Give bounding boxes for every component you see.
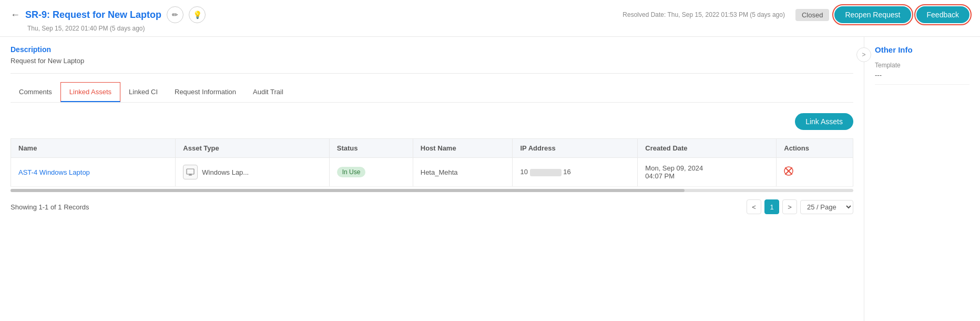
- description-section: Description Request for New Laptop: [11, 45, 853, 65]
- edit-icon: ✏: [172, 11, 178, 19]
- page-title: SR-9: Request for New Laptop: [25, 9, 161, 21]
- template-value: ---: [875, 71, 969, 85]
- tab-request-information[interactable]: Request Information: [166, 82, 244, 102]
- tab-linked-assets[interactable]: Linked Assets: [60, 82, 120, 102]
- header-timestamp: Thu, Sep 15, 2022 01:40 PM (5 days ago): [11, 25, 969, 32]
- status-in-use-badge: In Use: [337, 167, 366, 177]
- other-info-title: Other Info: [875, 45, 969, 54]
- lightbulb-icon: 💡: [193, 11, 202, 19]
- col-status: Status: [329, 139, 413, 158]
- edit-button[interactable]: ✏: [167, 6, 183, 23]
- status-badge: Closed: [795, 9, 829, 21]
- col-ip-address: IP Address: [513, 139, 638, 158]
- right-panel: Other Info Template ---: [864, 37, 980, 321]
- ip-prefix: 10: [520, 168, 527, 176]
- lightbulb-button[interactable]: 💡: [189, 6, 206, 23]
- col-actions: Actions: [777, 139, 853, 158]
- left-panel: > Description Request for New Laptop Com…: [0, 37, 864, 321]
- tab-audit-trail[interactable]: Audit Trail: [244, 82, 292, 102]
- page-container: ← SR-9: Request for New Laptop ✏ 💡 Resol…: [0, 0, 980, 321]
- page-1-button[interactable]: 1: [764, 199, 779, 214]
- records-count: Showing 1-1 of 1 Records: [11, 203, 89, 211]
- description-label: Description: [11, 45, 853, 54]
- host-name-cell: Heta_Mehta: [413, 158, 513, 187]
- header-right: Resolved Date: Thu, Sep 15, 2022 01:53 P…: [622, 6, 969, 23]
- collapse-panel-button[interactable]: >: [856, 47, 871, 62]
- assets-table-container: Name Asset Type Status Host Name IP Addr…: [11, 138, 853, 192]
- header-top: ← SR-9: Request for New Laptop ✏ 💡 Resol…: [11, 6, 969, 23]
- ip-suffix: 16: [563, 168, 570, 176]
- assets-table: Name Asset Type Status Host Name IP Addr…: [11, 138, 853, 187]
- link-assets-button[interactable]: Link Assets: [795, 113, 853, 130]
- template-label: Template: [875, 62, 969, 69]
- ip-blurred: [530, 169, 562, 176]
- back-icon: ←: [11, 9, 20, 21]
- link-assets-area: Link Assets: [11, 113, 853, 130]
- svg-rect-0: [187, 169, 194, 174]
- col-host-name: Host Name: [413, 139, 513, 158]
- header-left: ← SR-9: Request for New Laptop ✏ 💡: [11, 6, 206, 23]
- pagination-area: Showing 1-1 of 1 Records < 1 > 25 / Page…: [11, 192, 853, 214]
- next-page-button[interactable]: >: [782, 199, 797, 214]
- tabs-bar: Comments Linked Assets Linked CI Request…: [11, 82, 853, 103]
- asset-type-cell: Windows Lap...: [176, 158, 329, 187]
- pagination-controls: < 1 > 25 / Page 50 / Page 100 / Page: [747, 199, 853, 214]
- per-page-select[interactable]: 25 / Page 50 / Page 100 / Page: [800, 200, 853, 214]
- divider: [11, 73, 853, 74]
- back-button[interactable]: ←: [11, 9, 20, 21]
- ip-address-cell: 10 16: [513, 158, 638, 187]
- table-header-row: Name Asset Type Status Host Name IP Addr…: [11, 139, 853, 158]
- prev-page-button[interactable]: <: [747, 199, 761, 214]
- header: ← SR-9: Request for New Laptop ✏ 💡 Resol…: [0, 0, 980, 37]
- asset-name-link[interactable]: AST-4 Windows Laptop: [18, 168, 90, 176]
- asset-type-icon: [183, 165, 198, 179]
- actions-cell: [777, 158, 853, 187]
- created-date-cell: Mon, Sep 09, 202404:07 PM: [638, 158, 777, 187]
- table-row: AST-4 Windows Laptop: [11, 158, 853, 187]
- asset-name-cell: AST-4 Windows Laptop: [11, 158, 176, 187]
- delete-asset-button[interactable]: [784, 166, 793, 178]
- col-created-date: Created Date: [638, 139, 777, 158]
- horizontal-scrollbar[interactable]: [11, 189, 853, 192]
- scrollbar-thumb[interactable]: [11, 189, 685, 192]
- resolved-date: Resolved Date: Thu, Sep 15, 2022 01:53 P…: [622, 11, 785, 18]
- prev-icon: <: [752, 203, 756, 211]
- tab-linked-ci[interactable]: Linked CI: [120, 82, 166, 102]
- reopen-request-button[interactable]: Reopen Request: [834, 6, 911, 23]
- status-cell: In Use: [329, 158, 413, 187]
- main-layout: > Description Request for New Laptop Com…: [0, 37, 980, 321]
- tab-comments[interactable]: Comments: [11, 82, 60, 102]
- description-text: Request for New Laptop: [11, 57, 853, 65]
- col-asset-type: Asset Type: [176, 139, 329, 158]
- asset-type-text: Windows Lap...: [202, 168, 249, 176]
- next-icon: >: [788, 203, 792, 211]
- chevron-right-icon: >: [862, 51, 865, 58]
- feedback-button[interactable]: Feedback: [916, 6, 969, 23]
- col-name: Name: [11, 139, 176, 158]
